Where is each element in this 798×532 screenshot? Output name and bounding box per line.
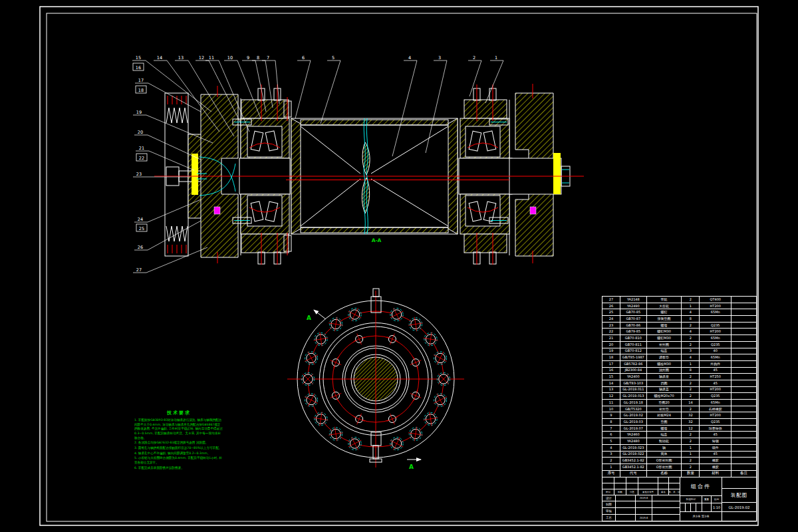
bom-cell bbox=[732, 297, 757, 303]
bom-cell: 2 bbox=[682, 432, 700, 438]
bom-cell: 铸钢 bbox=[700, 438, 732, 445]
svg-text:15: 15 bbox=[136, 55, 141, 61]
bolt-hole-outer bbox=[305, 352, 318, 365]
sheet-info: 共1张 第1张 bbox=[680, 511, 722, 521]
bom-cell: 23 bbox=[602, 323, 620, 329]
svg-text:20: 20 bbox=[138, 130, 143, 135]
shaft-key-right bbox=[553, 153, 561, 194]
bolt-hole-outer bbox=[408, 427, 423, 442]
bom-cell: 大齿轮 bbox=[647, 303, 682, 310]
drawing-number: GL-2019.02 bbox=[722, 502, 756, 511]
svg-text:5: 5 bbox=[332, 55, 334, 61]
bom-cell: YA2460 bbox=[620, 432, 647, 438]
bom-cell bbox=[732, 323, 757, 329]
bom-cell: GB/T85-1987 bbox=[620, 354, 647, 361]
bom-row: 6YA2460端盖245 bbox=[602, 432, 757, 438]
bom-cell: 65Mn bbox=[700, 309, 732, 316]
bom-cell: 12 bbox=[602, 393, 620, 400]
bom-row: 5YA2480制动轮2铸钢 bbox=[602, 438, 757, 445]
technical-notes-title: 技术要求 bbox=[134, 410, 223, 416]
bom-cell: GB70-812 bbox=[620, 348, 647, 355]
bolt-hole-inner bbox=[387, 414, 398, 425]
bolt-hole-inner bbox=[410, 357, 422, 368]
svg-text:3: 3 bbox=[438, 55, 441, 61]
svg-text:4: 4 bbox=[408, 55, 411, 61]
bom-cell: 9 bbox=[602, 412, 620, 419]
bom-cell: GL-2019.013 bbox=[620, 393, 647, 400]
bom-cell: HT200 bbox=[700, 387, 732, 394]
bolt-hole-outer bbox=[329, 427, 343, 442]
approve-date: 2019.6 bbox=[636, 514, 652, 521]
bom-cell bbox=[732, 342, 757, 348]
bom-cell: 2 bbox=[682, 438, 700, 445]
bom-cell: 3 bbox=[602, 452, 620, 458]
bom-cell bbox=[732, 426, 757, 432]
bom-row: 24GB70-87弹簧垫圈8 bbox=[602, 316, 757, 323]
bom-cell: 球墨铸铁 bbox=[700, 426, 732, 432]
bom-cell: YA2148 bbox=[620, 297, 647, 303]
svg-text:11: 11 bbox=[209, 55, 214, 61]
bom-cell: GB3452.1-82 bbox=[620, 458, 647, 464]
bom-cell bbox=[700, 316, 732, 323]
svg-text:23: 23 bbox=[136, 172, 142, 177]
bom-cell: 15 bbox=[602, 374, 620, 380]
bom-cell: 45 bbox=[700, 432, 732, 438]
design-label: 设计 bbox=[602, 495, 616, 501]
bom-cell: 垫圈20 bbox=[647, 400, 682, 406]
svg-text:21: 21 bbox=[139, 146, 144, 151]
draft-label: 制图 bbox=[602, 501, 616, 507]
bom-cell: 7 bbox=[602, 426, 620, 432]
bom-cell: 65Mn bbox=[700, 335, 732, 342]
section-label: A-A bbox=[372, 237, 382, 243]
bom-cell: 筒体 bbox=[647, 452, 682, 458]
callout-6: 6 bbox=[295, 55, 311, 118]
bom-cell: 2 bbox=[682, 387, 700, 394]
bom-cell bbox=[732, 400, 757, 406]
bom-cell: YA2400 bbox=[620, 374, 647, 380]
bom-cell: 13 bbox=[602, 387, 620, 394]
bom-cell: HT200 bbox=[700, 303, 732, 310]
bom-cell: 轴承盖 bbox=[647, 387, 682, 394]
shaft-key-left bbox=[192, 154, 198, 195]
bom-cell: 1 bbox=[682, 303, 700, 310]
bom-cell: 螺钉M30 bbox=[647, 335, 682, 342]
technical-note-line: 3. 圆锥孔与轴的锥面配合接触面积应达70~85%以上方可装配。 bbox=[134, 446, 223, 451]
bolt-hole-outer bbox=[424, 332, 438, 346]
svg-text:17: 17 bbox=[138, 78, 144, 83]
bolt-hole-outer bbox=[434, 352, 447, 365]
bom-cell: 2 bbox=[682, 393, 700, 400]
bom-cell: 65Mn bbox=[700, 354, 732, 361]
bom-cell: 2 bbox=[682, 374, 700, 380]
bom-cell: Q235 bbox=[700, 323, 732, 329]
bom-cell: 26 bbox=[602, 303, 620, 310]
svg-text:19: 19 bbox=[136, 110, 142, 115]
bom-cell bbox=[732, 361, 757, 368]
bom-cell: 轴承座 bbox=[647, 374, 682, 380]
bom-cell: GB70-86 bbox=[620, 323, 647, 329]
svg-text:6: 6 bbox=[302, 55, 305, 61]
svg-text:26: 26 bbox=[138, 245, 143, 250]
bolt-hole-outer bbox=[408, 317, 423, 332]
technical-note-line: 6. 装配完成后表面除锈并涂防锈漆。 bbox=[134, 466, 223, 471]
bom-row: 15YA2400轴承座2HT250 bbox=[602, 374, 757, 380]
bom-cell: 14 bbox=[602, 380, 620, 387]
bom-cell: HT250 bbox=[700, 374, 732, 380]
bom-cell: 8 bbox=[682, 316, 700, 323]
technical-note-line: 5. 小齿轮与大齿圈啮合侧隙为0.4mm, 装配后平稳转动1小时, 检查各部位无… bbox=[134, 456, 223, 465]
scale-value: 1:10 bbox=[712, 503, 722, 511]
bom-cell: 20 bbox=[602, 342, 620, 348]
bom-cell: 2 bbox=[682, 406, 700, 413]
technical-note-line: 4. 轴承孔中心不许偏斜, 轴向间隙调整至0.2~0.3mm。 bbox=[134, 452, 223, 456]
bom-cell: O形密封圈 bbox=[647, 458, 682, 464]
bolt-hole-inner bbox=[354, 334, 365, 345]
cut-label-top: A bbox=[307, 315, 311, 321]
bom-cell: 制动轮 bbox=[647, 438, 682, 445]
callout-2: 2 bbox=[468, 55, 481, 96]
assembly-label: 组合件 bbox=[680, 477, 722, 495]
bom-cell bbox=[732, 432, 757, 438]
bom-cell: 65Mn bbox=[700, 400, 732, 406]
bom-cell: GB70-810 bbox=[620, 335, 647, 342]
bom-row: 23GB70-86螺母2Q235 bbox=[602, 323, 757, 329]
bom-cell: 8 bbox=[682, 368, 700, 374]
callout-27: 27 bbox=[133, 247, 207, 273]
